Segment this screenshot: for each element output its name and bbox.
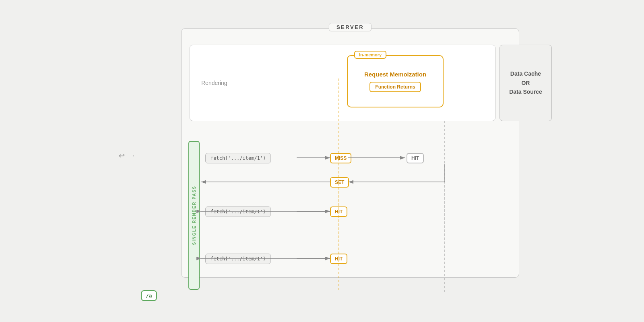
arrow-right-icon: →	[129, 152, 135, 159]
route-a-label: /a	[141, 290, 157, 301]
miss-badge: MISS	[330, 153, 351, 163]
fetch-box-1: fetch('.../item/1')	[205, 153, 271, 163]
hit-badge-3: HIT	[330, 254, 347, 264]
route-arrow-icon: ↩	[119, 151, 125, 160]
data-cache-box: Data CacheORData Source	[500, 45, 552, 121]
fetch-box-3: fetch('.../item/1')	[205, 254, 271, 264]
hit-badge-2: HIT	[330, 206, 347, 217]
in-memory-badge: In-memory	[354, 51, 386, 59]
memo-box: In-memory Request Memoization Function R…	[347, 55, 444, 107]
hit-datasource-badge: HIT	[407, 153, 424, 163]
rendering-box: Rendering In-memory Request Memoization …	[190, 45, 495, 121]
render-pass-bar: SINGLE RENDER PASS	[188, 141, 200, 290]
fetch-box-2: fetch('.../item/1')	[205, 206, 271, 217]
render-pass-label: SINGLE RENDER PASS	[192, 186, 196, 245]
rendering-label: Rendering	[201, 80, 227, 86]
diagram-wrapper: SERVER Rendering In-memory Request Memoi…	[101, 16, 543, 306]
func-returns-badge: Function Returns	[369, 82, 421, 92]
server-label: SERVER	[329, 23, 372, 31]
memo-title: Request Memoization	[364, 71, 426, 78]
data-cache-label: Data CacheORData Source	[509, 69, 542, 96]
set-badge: SET	[330, 177, 349, 188]
